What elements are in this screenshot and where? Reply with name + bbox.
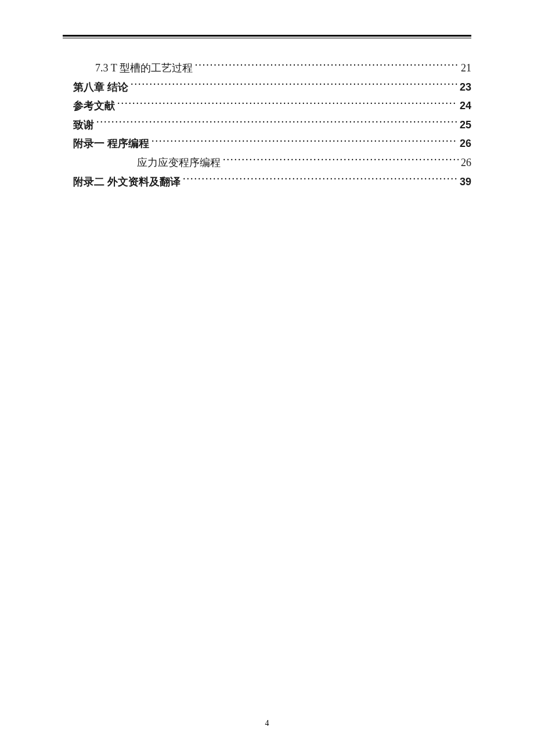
toc-leader-dots [183,175,457,185]
toc-entry-page: 23 [460,78,471,96]
toc-entry-title: 附录一 程序编程 [73,135,149,153]
toc-entry-title: 7.3 T 型槽的工艺过程 [95,59,193,77]
toc-entry-title: 第八章 结论 [73,78,128,96]
toc-entry-title: 致谢 [73,116,94,134]
table-of-contents: 7.3 T 型槽的工艺过程21第八章 结论23参考文献24致谢25附录一 程序编… [63,59,471,190]
toc-leader-dots [96,118,457,128]
toc-entry-page: 21 [461,59,471,77]
toc-entry-title: 附录二 外文资料及翻译 [73,173,181,191]
toc-leader-dots [117,99,457,109]
toc-leader-dots [195,61,459,71]
toc-entry-page: 25 [460,116,471,134]
toc-entry: 参考文献24 [63,97,471,115]
toc-entry-page: 26 [461,154,471,172]
toc-entry-page: 24 [460,97,471,115]
toc-entry-title: 参考文献 [73,97,115,115]
toc-entry-title: 应力应变程序编程 [137,154,221,172]
toc-leader-dots [223,156,459,166]
toc-entry: 应力应变程序编程26 [63,154,471,172]
toc-entry: 7.3 T 型槽的工艺过程21 [63,59,471,77]
toc-entry-page: 39 [460,173,471,191]
toc-leader-dots [131,80,457,91]
header-rule [63,35,471,38]
toc-entry: 第八章 结论23 [63,78,471,96]
document-page: 7.3 T 型槽的工艺过程21第八章 结论23参考文献24致谢25附录一 程序编… [0,0,534,756]
toc-entry: 附录二 外文资料及翻译39 [63,173,471,191]
page-number: 4 [0,719,534,728]
toc-entry: 附录一 程序编程26 [63,135,471,153]
toc-entry-page: 26 [460,135,471,153]
toc-leader-dots [151,136,457,147]
toc-entry: 致谢25 [63,116,471,134]
